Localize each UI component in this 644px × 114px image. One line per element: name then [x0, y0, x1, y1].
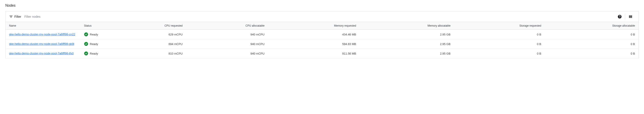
help-icon[interactable]	[615, 12, 624, 21]
nodes-table: Name Status CPU requested CPU allocatabl…	[5, 22, 639, 59]
cell-status: Ready	[80, 30, 107, 39]
table-row: gke-hello-demo-cluster-my-node-pool-7a6f…	[6, 39, 639, 49]
cell-cpu-allocatable: 940 mCPU	[186, 39, 268, 49]
node-link[interactable]: gke-hello-demo-cluster-my-node-pool-7a6f…	[9, 42, 74, 46]
filter-toolbar: Filter	[5, 11, 639, 22]
status-text: Ready	[90, 52, 98, 55]
columns-icon[interactable]	[626, 12, 635, 21]
cell-memory-allocatable: 2.95 GB	[360, 30, 454, 39]
col-header-cpu-requested[interactable]: CPU requested	[107, 22, 186, 30]
col-header-status[interactable]: Status	[80, 22, 107, 30]
cell-memory-allocatable: 2.95 GB	[360, 49, 454, 58]
toolbar-divider	[625, 14, 625, 20]
cell-cpu-requested: 694 mCPU	[107, 39, 186, 49]
cell-cpu-allocatable: 940 mCPU	[186, 30, 268, 39]
check-icon	[84, 42, 88, 46]
check-icon	[84, 51, 88, 55]
col-header-memory-allocatable[interactable]: Memory allocatable	[360, 22, 454, 30]
cell-status: Ready	[80, 49, 107, 58]
cell-memory-requested: 434.46 MB	[268, 30, 360, 39]
col-header-storage-requested[interactable]: Storage requested	[454, 22, 545, 30]
check-icon	[84, 32, 88, 36]
cell-cpu-allocatable: 940 mCPU	[186, 49, 268, 58]
filter-label: Filter	[14, 15, 21, 18]
col-header-memory-requested[interactable]: Memory requested	[268, 22, 360, 30]
col-header-name[interactable]: Name	[6, 22, 80, 30]
node-link[interactable]: gke-hello-demo-cluster-my-node-pool-7a6f…	[9, 32, 75, 36]
cell-storage-allocatable: 0 B	[545, 30, 639, 39]
cell-memory-requested: 911.56 MB	[268, 49, 360, 58]
filter-icon	[9, 15, 13, 19]
col-header-storage-allocatable[interactable]: Storage allocatable	[545, 22, 639, 30]
cell-storage-allocatable: 0 B	[545, 39, 639, 49]
table-row: gke-hello-demo-cluster-my-node-pool-7a6f…	[6, 30, 639, 39]
table-header-row: Name Status CPU requested CPU allocatabl…	[6, 22, 639, 30]
cell-cpu-requested: 629 mCPU	[107, 30, 186, 39]
table-row: gke-hello-demo-cluster-my-node-pool-7a6f…	[6, 49, 639, 58]
cell-memory-allocatable: 2.95 GB	[360, 39, 454, 49]
cell-name: gke-hello-demo-cluster-my-node-pool-7a6f…	[6, 49, 80, 58]
status-text: Ready	[90, 33, 98, 36]
cell-status: Ready	[80, 39, 107, 49]
cell-cpu-requested: 810 mCPU	[107, 49, 186, 58]
cell-storage-allocatable: 0 B	[545, 49, 639, 58]
col-header-cpu-allocatable[interactable]: CPU allocatable	[186, 22, 268, 30]
cell-memory-requested: 594.83 MB	[268, 39, 360, 49]
cell-name: gke-hello-demo-cluster-my-node-pool-7a6f…	[6, 39, 80, 49]
cell-storage-requested: 0 B	[454, 39, 545, 49]
section-title: Nodes	[5, 4, 639, 8]
cell-name: gke-hello-demo-cluster-my-node-pool-7a6f…	[6, 30, 80, 39]
filter-input[interactable]	[24, 15, 615, 18]
cell-storage-requested: 0 B	[454, 30, 545, 39]
cell-storage-requested: 0 B	[454, 49, 545, 58]
node-link[interactable]: gke-hello-demo-cluster-my-node-pool-7a6f…	[9, 51, 74, 55]
status-text: Ready	[90, 42, 98, 46]
